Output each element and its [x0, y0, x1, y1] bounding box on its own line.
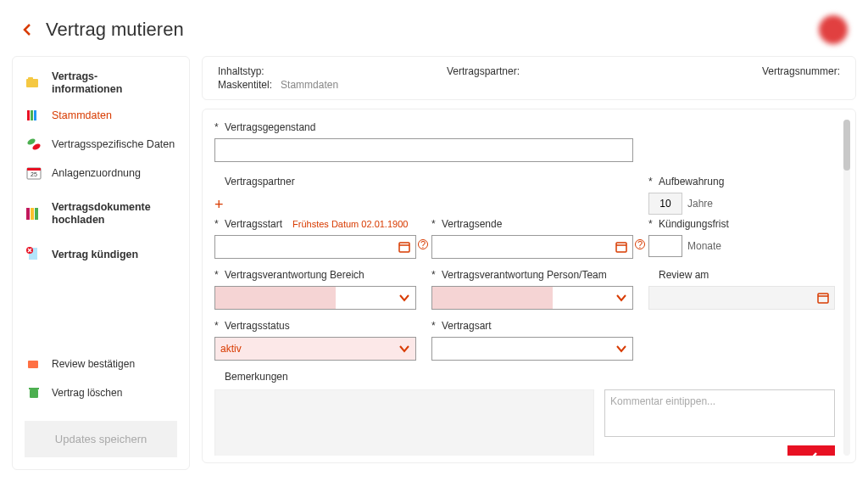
notice-label: Kündigungsfrist	[659, 218, 729, 230]
subject-input[interactable]	[214, 138, 633, 162]
info-card: Inhaltstyp: Vertragspartner: Vertragsnum…	[202, 56, 856, 100]
sidebar-item-spezifisch[interactable]: Vertragsspezifische Daten	[13, 130, 189, 159]
required-marker: *	[214, 121, 220, 133]
svg-rect-19	[29, 388, 39, 389]
trash-icon	[25, 383, 43, 402]
sidebar-footer-review[interactable]: Review bestätigen	[13, 350, 189, 378]
required-marker: *	[431, 218, 437, 230]
notice-unit: Monate	[687, 240, 721, 252]
retention-input[interactable]	[648, 193, 682, 215]
svg-rect-11	[31, 208, 34, 220]
status-select[interactable]: aktiv	[214, 337, 416, 361]
sidebar-item-stammdaten[interactable]: Stammdaten	[13, 101, 189, 130]
add-partner-icon[interactable]: +	[214, 196, 224, 214]
svg-rect-10	[26, 208, 30, 220]
svg-rect-1	[28, 77, 33, 80]
required-marker: *	[648, 176, 654, 188]
page-title: Vertrag mutieren	[46, 19, 184, 41]
sidebar-item-label: Vertragsspezifische Daten	[52, 138, 177, 150]
calendar-icon[interactable]	[815, 289, 832, 306]
svg-rect-2	[27, 110, 30, 120]
svg-point-5	[26, 137, 36, 146]
resp-area-label: Vertragsverantwortung Bereich	[225, 269, 364, 281]
sidebar-item-label: Vertrag kündigen	[52, 249, 177, 261]
subject-label: Vertragsgegenstand	[225, 121, 315, 133]
end-label: Vertragsende	[442, 218, 502, 230]
svg-rect-12	[35, 208, 38, 220]
svg-rect-17	[28, 361, 38, 368]
remarks-label: Bemerkungen	[225, 371, 288, 383]
remarks-input[interactable]	[214, 389, 594, 456]
type-label: Vertragsart	[442, 320, 492, 332]
info-content-type-label: Inhaltstyp:	[218, 65, 264, 77]
sidebar-item-dokumente[interactable]: Vertragsdokumente hochladen	[13, 196, 189, 232]
required-marker: *	[214, 218, 220, 230]
help-icon[interactable]: ?	[418, 239, 428, 249]
check-folder-icon	[25, 355, 43, 373]
review-input[interactable]	[648, 286, 835, 310]
back-button[interactable]	[20, 23, 34, 36]
svg-rect-3	[31, 110, 33, 120]
svg-point-6	[31, 143, 42, 151]
books-icon	[25, 106, 43, 125]
sidebar-item-label: Vertragsdokumente hochladen	[52, 201, 177, 227]
save-button[interactable]: Updates speichern	[25, 421, 177, 457]
resp-area-select[interactable]	[214, 286, 416, 310]
partner-label: Vertragspartner	[225, 176, 295, 188]
svg-rect-4	[34, 110, 36, 120]
required-marker: *	[431, 320, 437, 332]
sidebar-item-label: Vertrags-informationen	[52, 70, 177, 96]
type-select[interactable]	[431, 337, 633, 361]
info-contract-no-label: Vertragsnummer:	[762, 65, 840, 77]
required-marker: *	[648, 218, 654, 230]
notice-input[interactable]	[648, 235, 682, 257]
sidebar: Vertrags-informationen Stammdaten Vertra…	[12, 56, 190, 470]
svg-rect-20	[399, 243, 409, 252]
sidebar-footer-label: Vertrag löschen	[52, 387, 177, 399]
retention-label: Aufbewahrung	[659, 176, 724, 188]
svg-rect-18	[30, 389, 38, 398]
start-hint: Frühstes Datum 02.01.1900	[292, 219, 408, 229]
svg-rect-24	[818, 294, 828, 303]
sidebar-footer-label: Review bestätigen	[52, 358, 177, 370]
form-card: *Vertragsgegenstand ? Vertragspartner +	[202, 109, 856, 463]
review-label: Review am	[659, 269, 709, 281]
resp-person-label: Vertragsverantwortung Person/Team	[442, 269, 607, 281]
sidebar-item-anlagen[interactable]: 25 Anlagenzuordnung	[13, 159, 189, 188]
doc-cancel-icon	[25, 245, 43, 264]
resp-person-select[interactable]	[431, 286, 633, 310]
scrollbar-thumb[interactable]	[843, 120, 850, 171]
retention-unit: Jahre	[687, 198, 713, 210]
scrollbar[interactable]	[843, 120, 850, 456]
calendar-icon: 25	[25, 164, 43, 182]
svg-rect-0	[26, 79, 38, 87]
svg-rect-8	[27, 168, 41, 171]
info-mask-value: Stammdaten	[281, 79, 338, 91]
sidebar-item-label: Anlagenzuordnung	[52, 167, 177, 179]
folder-icon	[25, 74, 43, 92]
pill-icon	[25, 135, 43, 154]
binders-icon	[25, 204, 43, 223]
start-input[interactable]	[214, 235, 416, 259]
submit-comment-button[interactable]	[787, 445, 835, 456]
avatar[interactable]	[819, 15, 848, 44]
start-label: Vertragsstart	[225, 218, 282, 230]
required-marker: *	[214, 269, 220, 281]
sidebar-item-label: Stammdaten	[52, 109, 177, 121]
required-marker: *	[431, 269, 437, 281]
calendar-icon[interactable]	[613, 238, 630, 255]
calendar-icon[interactable]	[396, 238, 413, 255]
info-mask-label: Maskentitel:	[218, 79, 272, 91]
required-marker: *	[214, 320, 220, 332]
sidebar-item-kuendigen[interactable]: Vertrag kündigen	[13, 240, 189, 269]
svg-rect-22	[616, 243, 626, 252]
end-input[interactable]	[431, 235, 633, 259]
sidebar-footer-delete[interactable]: Vertrag löschen	[13, 378, 189, 407]
info-partner-label: Vertragspartner:	[447, 65, 520, 77]
help-icon[interactable]: ?	[635, 239, 645, 249]
svg-text:25: 25	[31, 171, 37, 177]
comment-input[interactable]	[604, 389, 835, 437]
sidebar-item-info[interactable]: Vertrags-informationen	[13, 65, 189, 101]
status-label: Vertragsstatus	[225, 320, 290, 332]
